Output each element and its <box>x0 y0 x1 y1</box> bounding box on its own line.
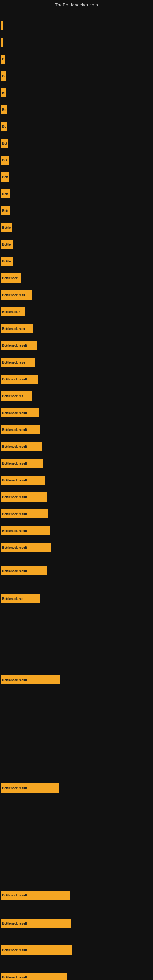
bar-label: Bo <box>2 75 5 78</box>
bar-item: Bottleneck result <box>1 425 40 434</box>
bar-label: Bottleneck resu <box>2 327 25 331</box>
bar-label: Bot <box>2 159 7 162</box>
bar-item: Bottleneck resu <box>1 290 32 299</box>
bar-label: Bottleneck result <box>2 948 27 952</box>
bar-label: Bott <box>2 175 8 179</box>
bar-label: Bottleneck result <box>2 495 27 499</box>
bar-item: Bottleneck result <box>1 375 38 384</box>
bar-label: Bottleneck resu <box>2 293 25 297</box>
bar-item: Bottleneck result <box>1 476 45 485</box>
bar-item: Bottleneck result <box>1 341 37 350</box>
bar-label: Bottleneck resu <box>2 361 25 364</box>
bar-label: Bottleneck res <box>2 597 23 601</box>
bar-item: Bottleneck resu <box>1 324 33 333</box>
bar-item: Bottle <box>1 240 13 249</box>
bar-item: Bottleneck res <box>1 594 40 603</box>
bar-label: Bott <box>2 209 8 213</box>
bar-item: Bo <box>1 72 5 81</box>
bar-item: Bot <box>1 105 7 114</box>
bar-label: Bottleneck result <box>2 445 27 449</box>
bar-item: Bottleneck resu <box>1 358 35 367</box>
bar-label: Bottleneck result <box>2 462 27 465</box>
bar-item: Bottleneck result <box>1 945 72 955</box>
bar-item: B <box>1 38 3 47</box>
bar-item: Bottleneck result <box>1 543 51 552</box>
bar-item: Bottleneck <box>1 274 21 283</box>
bar-item: Bottleneck result <box>1 919 71 928</box>
bar-label: Bottleneck result <box>2 344 27 347</box>
bar-label: Bottleneck result <box>2 569 27 573</box>
bar-label: Bo <box>2 91 5 95</box>
bar-label: Bottle <box>2 260 11 263</box>
bar-label: Bottleneck result <box>2 922 27 925</box>
bar-item: Bot <box>1 139 8 148</box>
bar-label: Bottleneck result <box>2 546 27 549</box>
bar-label: Bottleneck result <box>2 678 27 682</box>
bar-label: Bot <box>2 142 7 145</box>
bar-label: Bottleneck result <box>2 479 27 482</box>
bar-item: B <box>1 21 3 30</box>
bar-item: Bottle <box>1 257 13 266</box>
bar-label: Bottleneck result <box>2 428 27 431</box>
bar-label: Bott <box>2 192 8 196</box>
bar-item: Bottleneck result <box>1 891 70 900</box>
bar-label: Bottleneck result <box>2 786 27 790</box>
bar-label: Bottleneck result <box>2 529 27 533</box>
bar-label: Bo <box>2 57 4 61</box>
bar-label: Bottleneck result <box>2 378 27 381</box>
bar-label: Bot <box>2 108 6 111</box>
bar-item: Bottleneck result <box>1 526 49 535</box>
bar-item: Bot <box>1 122 7 131</box>
bar-label: Bottleneck res <box>2 395 23 398</box>
bar-item: Bottle <box>1 223 12 232</box>
bar-item: Bott <box>1 206 10 215</box>
bar-item: Bo <box>1 88 6 97</box>
bar-label: Bottleneck result <box>2 411 27 415</box>
bar-label: Bottle <box>2 243 11 246</box>
site-title: TheBottlenecker.com <box>0 0 153 9</box>
bar-item: Bottleneck result <box>1 459 43 468</box>
bar-label: Bottle <box>2 226 11 229</box>
bar-item: Bo <box>1 54 5 64</box>
bar-item: Bott <box>1 172 9 181</box>
bar-label: Bottleneck result <box>2 512 27 516</box>
bar-label: Bottleneck r <box>2 310 20 313</box>
bar-item: Bottleneck res <box>1 391 32 401</box>
bar-item: Bottleneck result <box>1 973 67 980</box>
bar-item: Bottleneck result <box>1 783 59 792</box>
bar-item: Bot <box>1 156 9 165</box>
bar-label: Bottleneck result <box>2 894 27 897</box>
bar-label: Bot <box>2 125 6 128</box>
bar-label: Bottleneck <box>2 277 18 280</box>
bar-item: Bottleneck result <box>1 442 42 451</box>
bar-item: Bottleneck result <box>1 509 48 519</box>
bar-item: Bott <box>1 189 10 199</box>
bar-item: Bottleneck r <box>1 307 25 317</box>
bar-item: Bottleneck result <box>1 492 46 502</box>
bar-label: Bottleneck result <box>2 976 27 979</box>
bar-item: Bottleneck result <box>1 566 47 576</box>
bar-item: Bottleneck result <box>1 408 39 417</box>
bar-item: Bottleneck result <box>1 675 60 684</box>
